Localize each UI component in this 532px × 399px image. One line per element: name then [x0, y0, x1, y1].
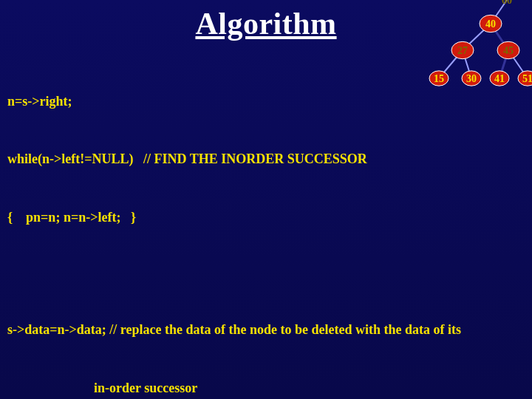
code-line: { pn=n; n=n->left; } [7, 208, 525, 227]
code-line: in-order successor [7, 378, 525, 398]
code-block-1: n=s->right; while(n->left!=NULL) // FIND… [7, 53, 525, 265]
code-block-2: s->data=n->data; // replace the data of … [7, 282, 525, 399]
code-line: n=s->right; [7, 92, 525, 111]
code-line: s->data=n->data; // replace the data of … [7, 320, 525, 339]
code-line: while(n->left!=NULL) // FIND THE INORDER… [7, 149, 525, 168]
slide-title: Algorithm [7, 6, 525, 41]
slide: 6040274515304151 Algorithm n=s->right; w… [0, 0, 532, 399]
svg-text:60: 60 [502, 0, 512, 6]
